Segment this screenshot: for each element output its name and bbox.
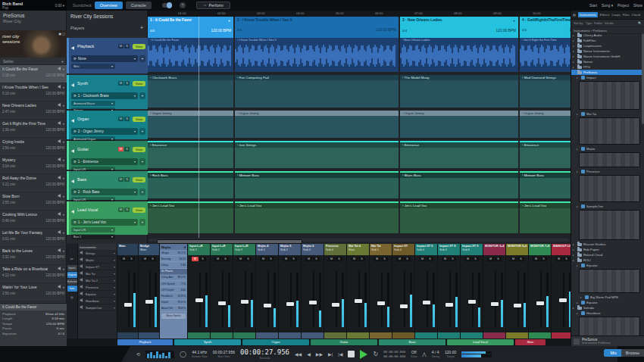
mute-button[interactable]: M xyxy=(351,257,358,261)
instrument-list-item[interactable]: Heartbeat▾ xyxy=(78,298,117,304)
channel-header[interactable]: Mai Tai 4Main xyxy=(347,244,369,255)
chevron-down-icon[interactable]: ▾ xyxy=(114,306,115,310)
keyboard-icon[interactable]: ▤ xyxy=(67,296,77,299)
player-row-playback[interactable]: PlaybackMSView⟳None▾+Mini▾ xyxy=(67,38,148,73)
solo-button[interactable]: S xyxy=(336,257,342,261)
step-back-icon[interactable]: ◀ xyxy=(307,351,311,358)
clip-synth[interactable]: › Clockwork Brass xyxy=(148,75,233,108)
channel-fader[interactable] xyxy=(211,270,233,330)
chevron-down-icon[interactable]: ▾ xyxy=(63,122,64,126)
twisty-icon[interactable]: ▸ xyxy=(577,170,580,173)
preset-thumbnail[interactable] xyxy=(579,317,640,335)
patch-selector[interactable]: ⟳2 - Rock Bass▾ xyxy=(71,189,138,195)
edit-toggle-switch[interactable] xyxy=(162,3,172,8)
page-show[interactable]: Show xyxy=(633,4,642,8)
instrument-list-item[interactable]: Equator▾ xyxy=(78,291,117,298)
macro-param-row[interactable]: Shape81.2 % xyxy=(160,250,187,256)
band-block[interactable]: Rich Band Pop 0.00 ▾ xyxy=(0,0,67,11)
chevron-down-icon[interactable]: ▾ xyxy=(63,286,64,289)
channel-fader[interactable] xyxy=(139,270,159,330)
fader-cap[interactable] xyxy=(241,300,249,304)
channel-header[interactable]: Impact XTSub 4 xyxy=(392,244,414,255)
channel-color-tab[interactable] xyxy=(117,332,138,339)
mute-button[interactable]: M xyxy=(555,257,562,261)
drag-handle-icon[interactable]: ⋮⋮ xyxy=(67,250,77,253)
channel-header[interactable]: Input L+RSub 1 xyxy=(188,244,210,255)
channel-header[interactable]: Mai TaiSub 1 xyxy=(370,244,392,255)
channel-header[interactable]: PresenceSub 4 xyxy=(324,244,346,255)
channel-strip[interactable]: Main MS xyxy=(117,244,139,339)
browser-tab-loops[interactable]: Loops xyxy=(612,13,621,17)
mute-button[interactable]: M xyxy=(328,257,335,261)
speaker-icon[interactable] xyxy=(58,212,62,217)
chevron-down-icon[interactable]: ▾ xyxy=(63,249,64,253)
band-tempo[interactable]: 0.00 ▾ xyxy=(55,4,64,8)
chevron-down-icon[interactable]: ▾ xyxy=(134,57,136,61)
scene-header[interactable]: 4 · GetItRightInTheFirstTime4/4120.00 BP… xyxy=(520,17,571,38)
channel-fader[interactable] xyxy=(370,270,392,330)
mute-button[interactable]: M xyxy=(419,257,426,261)
song-info-title[interactable]: It Could Be the Favor xyxy=(0,304,67,311)
player-sub-selector[interactable]: Bus 1▾ xyxy=(71,234,115,239)
patch-selector[interactable]: ⟳1 - Eminence▾ xyxy=(71,158,138,165)
speaker-icon[interactable] xyxy=(58,230,62,235)
instrument-list-item[interactable]: Strings▾ xyxy=(78,250,117,257)
clip-playback[interactable]: › New Orleans Ladies xyxy=(400,38,518,72)
tree-folder-rob-papen[interactable]: ▸Rob Papen xyxy=(571,247,642,252)
meter-value[interactable]: 4 / 4 xyxy=(431,350,439,354)
solo-button[interactable]: S xyxy=(404,257,411,261)
twisty-icon[interactable]: ▸ xyxy=(573,45,576,48)
rail-button-instr[interactable]: Instr xyxy=(67,286,77,292)
chevron-down-icon[interactable]: ▾ xyxy=(63,213,64,217)
solo-button[interactable]: S xyxy=(149,257,156,261)
channel-strip[interactable]: Input L+RSub 3MS xyxy=(233,244,256,339)
add-song-icon[interactable]: + xyxy=(61,59,64,64)
solo-button[interactable]: S xyxy=(517,257,524,261)
preset-thumbnail[interactable] xyxy=(579,81,640,110)
clip-synth[interactable]: › Mad Diamond Strings xyxy=(520,75,571,108)
metronome-icon[interactable]: ⋀ xyxy=(422,351,426,358)
clip-lead[interactable]: › Jim's Lead Vox xyxy=(520,201,571,233)
reload-icon[interactable]: ⟳ xyxy=(73,94,77,98)
chevron-down-icon[interactable]: ▾ xyxy=(114,258,115,262)
mute-button[interactable]: M xyxy=(118,81,123,86)
player-sub-selector[interactable]: Input L/R▾ xyxy=(71,227,115,232)
channel-color-tab[interactable] xyxy=(256,332,278,339)
chevron-down-icon[interactable]: ▾ xyxy=(63,158,64,162)
channel-strip[interactable]: MONITOR 3+4 MS xyxy=(483,244,506,339)
twisty-icon[interactable]: ▸ xyxy=(577,148,580,151)
setlist-song-item[interactable]: Crying Inside▾2:56 min120.00 BPM xyxy=(0,138,67,156)
twisty-icon[interactable]: ▸ xyxy=(573,34,576,37)
instrument-list-item[interactable]: SampleOne▾ xyxy=(78,304,117,311)
add-patch-button[interactable]: + xyxy=(139,128,145,135)
solo-button[interactable]: S xyxy=(124,81,130,86)
clip-bass[interactable]: › Blues Bass xyxy=(400,171,518,198)
speaker-icon[interactable] xyxy=(58,103,62,108)
page-start[interactable]: Start xyxy=(589,4,597,8)
channel-color-tab[interactable] xyxy=(211,332,233,339)
mute-button[interactable]: M xyxy=(118,208,123,212)
tree-item-heartbeat[interactable]: ▸Heartbeat xyxy=(571,311,642,316)
reload-icon[interactable]: ⟳ xyxy=(73,57,77,61)
clip-guitar[interactable]: › Eminence xyxy=(148,141,233,168)
tab-console[interactable]: Console xyxy=(126,2,152,9)
twisty-icon[interactable]: ▸ xyxy=(573,243,576,246)
twisty-icon[interactable]: ▸ xyxy=(573,55,576,58)
info-value[interactable]: 4 / 4 xyxy=(58,332,64,335)
rail-button-external[interactable]: External xyxy=(67,279,77,285)
fader-cap[interactable] xyxy=(423,301,430,304)
channel-fader[interactable] xyxy=(415,270,437,330)
channel-color-tab[interactable] xyxy=(392,332,414,339)
twisty-icon[interactable]: ▸ xyxy=(573,307,576,310)
page-project[interactable]: Project xyxy=(617,4,629,8)
channel-fader[interactable] xyxy=(279,270,301,330)
chevron-down-icon[interactable]: ▾ xyxy=(134,160,136,164)
fader-cap[interactable] xyxy=(514,304,521,307)
mute-button[interactable]: M xyxy=(510,257,517,261)
clip-bass[interactable]: › Motown Bass xyxy=(520,171,571,198)
browser-tab-files[interactable]: Files xyxy=(623,13,630,17)
chevron-down-icon[interactable]: ▾ xyxy=(114,272,115,276)
macro-param-row[interactable]: LFO Speed7 % xyxy=(160,281,187,287)
solo-button[interactable]: S xyxy=(128,257,135,261)
chevron-down-icon[interactable]: ▾ xyxy=(134,94,136,98)
